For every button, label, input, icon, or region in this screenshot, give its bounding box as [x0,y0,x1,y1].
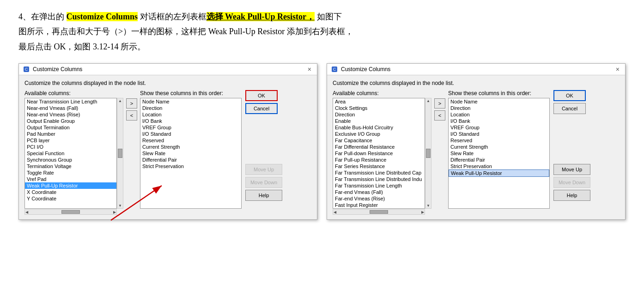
dialog-right-title-group: C Customize Columns [331,66,390,73]
move-up-button-right[interactable]: Move Up [553,164,590,175]
dialog-right-available-list-wrapper: Area Clock Settings Direction Enable Ena… [333,98,431,209]
move-down-button-left[interactable]: Move Down [245,177,282,188]
list-item[interactable]: I/O Bank [140,118,241,124]
ok-button-left[interactable]: OK [245,90,278,101]
list-item[interactable]: I/O Standard [449,131,549,137]
dialog-right-available-section: Available columns: Area Clock Settings D… [333,90,431,215]
list-item[interactable]: Far Differential Resistance [333,144,425,150]
highlight-customize-columns: Customize Columns [67,12,138,21]
dialog-left-show-list[interactable]: Node Name Direction Location I/O Bank VR… [140,98,242,209]
list-item[interactable]: Far Transmission Line Distributed Indu [333,176,425,182]
svg-text:C: C [333,67,336,72]
list-item[interactable]: Far Pull-up Resistance [333,157,425,163]
list-item[interactable]: Special Function [25,150,116,157]
dialog-left-titlebar: C Customize Columns × [19,64,317,75]
list-item[interactable]: VREF Group [449,124,549,131]
list-item[interactable]: VREF Group [140,124,241,131]
list-item[interactable]: Current Strength [449,144,549,150]
list-item[interactable]: Direction [333,111,425,118]
list-item[interactable]: Output Enable Group [25,118,116,124]
list-item[interactable]: Vref Pad [25,176,116,182]
available-right-scrollbar[interactable]: ▲ ▼ [425,98,431,209]
dialog-right-close[interactable]: × [614,66,621,73]
list-item-weak-pullup-right-selected[interactable]: Weak Pull-Up Resistor [449,169,549,177]
list-item[interactable]: Exclusive I/O Group [333,131,425,137]
list-item-weak-pullup-selected[interactable]: Weak Pull-Up Resistor [25,182,116,189]
dialog-left-close[interactable]: × [306,66,313,73]
dialog-right-show-list[interactable]: Node Name Direction Location I/O Bank VR… [448,98,550,209]
list-item[interactable]: Far Pull-down Resistance [333,150,425,157]
list-item[interactable]: Location [449,111,549,118]
list-item[interactable]: PCI I/O [25,144,116,150]
list-item[interactable]: Clock Settings [333,105,425,111]
dialog-right-subtitle: Customize the columns displayed in the n… [333,80,620,86]
list-item[interactable]: Node Name [140,98,241,105]
dialog-left-main: Available columns: Near Transmission Lin… [24,90,311,215]
list-item[interactable]: Strict Preservation [449,163,549,169]
list-item[interactable]: X Coordinate [25,189,116,195]
dialog-left-available-label: Available columns: [24,90,123,97]
list-item[interactable]: Far-end Vmeas (Fall) [333,189,425,195]
intro-paragraph: 4、在弹出的 Customize Columns 对话框的左列表框选择 Weak… [18,9,626,54]
remove-arrow-button-right[interactable]: < [434,110,445,121]
list-item[interactable]: Reserved [449,137,549,144]
dialog-left-show-section: Show these columns in this order: Node N… [140,90,242,209]
add-arrow-button[interactable]: > [126,98,137,109]
intro-line2: 图所示，再点击和大于号（>）一样的图标，这样把 Weak Pull-Up Res… [18,27,353,36]
list-item[interactable]: Far Transmission Line Length [333,182,425,189]
list-item[interactable]: Direction [140,105,241,111]
list-item[interactable]: Strict Preservation [140,163,241,169]
list-item[interactable]: Far-end Vmeas (Rise) [333,195,425,202]
list-item[interactable]: I/O Bank [449,118,549,124]
cancel-button-right[interactable]: Cancel [553,103,586,114]
remove-arrow-button[interactable]: < [126,110,137,121]
available-hscrollbar[interactable]: ◀ ▶ [24,209,117,215]
dialog-left-available-section: Available columns: Near Transmission Lin… [24,90,123,215]
list-item[interactable]: I/O Standard [140,131,241,137]
list-item[interactable]: Near-end Vmeas (Fall) [25,105,116,111]
list-item[interactable]: Far Series Resistance [333,163,425,169]
list-item[interactable]: Location [140,111,241,118]
cancel-button-left[interactable]: Cancel [245,103,278,114]
list-item[interactable]: Enable Bus-Hold Circuitry [333,124,425,131]
list-item[interactable]: Reserved [140,137,241,144]
list-item[interactable]: Synchronous Group [25,157,116,163]
list-item[interactable]: Direction [449,105,549,111]
list-item[interactable]: Y Coordinate [25,195,116,202]
ok-button-right[interactable]: OK [553,90,586,101]
available-right-hscrollbar[interactable]: ◀ ▶ [333,209,425,215]
dialog-left-title-group: C Customize Columns [23,66,82,73]
list-item[interactable]: Differential Pair [449,157,549,163]
list-item[interactable]: Output Termination [25,124,116,131]
list-item[interactable]: Enable [333,118,425,124]
page-content: 4、在弹出的 Customize Columns 对话框的左列表框选择 Weak… [0,0,644,229]
move-down-button-right[interactable]: Move Down [553,177,590,188]
list-item[interactable]: Slew Rate [449,150,549,157]
dialog-right-arrows: > < [434,98,445,121]
available-scrollbar[interactable]: ▲ ▼ [117,98,123,209]
dialog-right: C Customize Columns × Customize the colu… [327,63,626,220]
dialog-left-available-list[interactable]: Near Transmission Line Length Near-end V… [24,98,117,209]
list-item[interactable]: Toggle Rate [25,169,116,176]
svg-text:C: C [25,67,28,72]
help-button-left[interactable]: Help [245,190,282,201]
list-item[interactable]: Current Strength [140,144,241,150]
list-item[interactable]: Slew Rate [140,150,241,157]
list-item[interactable]: Near-end Vmeas (Rise) [25,111,116,118]
list-item[interactable]: Fast Input Register [333,202,425,208]
list-item[interactable]: Far Capacitance [333,137,425,144]
list-item[interactable]: Pad Number [25,131,116,137]
dialog-right-body: Customize the columns displayed in the n… [327,75,625,219]
list-item[interactable]: Near Transmission Line Length [25,98,116,105]
intro-line1-after: 如图下 [315,12,342,21]
list-item[interactable]: Area [333,98,425,105]
dialog-right-available-list[interactable]: Area Clock Settings Direction Enable Ena… [333,98,425,209]
list-item[interactable]: Far Transmission Line Distributed Cap [333,169,425,176]
list-item[interactable]: Differential Pair [140,157,241,163]
add-arrow-button-right[interactable]: > [434,98,445,109]
move-up-button-left[interactable]: Move Up [245,164,282,175]
list-item[interactable]: Termination Voltage [25,163,116,169]
list-item[interactable]: Node Name [449,98,549,105]
list-item[interactable]: PCB layer [25,137,116,144]
help-button-right[interactable]: Help [553,190,590,201]
